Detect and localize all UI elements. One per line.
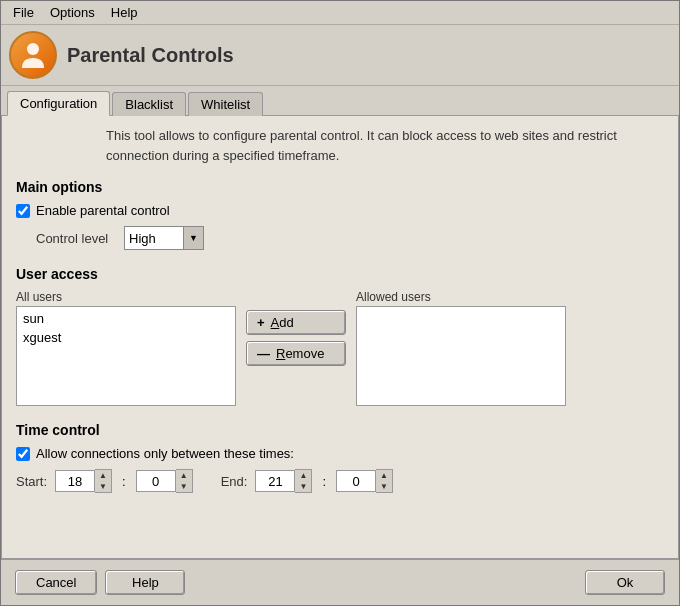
list-item[interactable]: sun [19, 309, 233, 328]
title-area: Parental Controls [1, 25, 679, 86]
end-hour-down-arrow[interactable]: ▼ [295, 481, 311, 492]
allowed-users-wrapper: Allowed users [356, 290, 566, 406]
app-icon [9, 31, 57, 79]
control-level-dropdown-arrow[interactable]: ▼ [183, 227, 203, 249]
all-users-list[interactable]: sun xguest [16, 306, 236, 406]
main-options-section: Main options Enable parental control Con… [16, 179, 664, 250]
list-item[interactable]: xguest [19, 328, 233, 347]
menu-bar: File Options Help [1, 1, 679, 25]
end-hour-arrows: ▲ ▼ [295, 469, 312, 493]
tab-configuration[interactable]: Configuration [7, 91, 110, 116]
start-minute-down-arrow[interactable]: ▼ [176, 481, 192, 492]
user-action-buttons: + Add — Remove [246, 310, 346, 366]
start-hour-down-arrow[interactable]: ▼ [95, 481, 111, 492]
chevron-down-icon: ▼ [189, 233, 198, 243]
end-minute-up-arrow[interactable]: ▲ [376, 470, 392, 481]
end-colon: : [320, 474, 328, 489]
user-access-section: User access All users sun xguest + Add [16, 266, 664, 406]
allow-times-row: Allow connections only between these tim… [16, 446, 664, 461]
plus-icon: + [257, 315, 265, 330]
end-minute-input[interactable] [336, 470, 376, 492]
tab-bar: Configuration Blacklist Whitelist [1, 86, 679, 116]
add-button-label: Add [271, 315, 294, 330]
end-hour-input[interactable] [255, 470, 295, 492]
start-minute-input[interactable] [136, 470, 176, 492]
remove-button-label: Remove [276, 346, 324, 361]
end-minute-down-arrow[interactable]: ▼ [376, 481, 392, 492]
start-minute-spinbox: ▲ ▼ [136, 469, 193, 493]
start-hour-arrows: ▲ ▼ [95, 469, 112, 493]
tab-whitelist[interactable]: Whitelist [188, 92, 263, 116]
start-hour-spinbox: ▲ ▼ [55, 469, 112, 493]
allow-times-label: Allow connections only between these tim… [36, 446, 294, 461]
tab-blacklist[interactable]: Blacklist [112, 92, 186, 116]
user-lists-container: All users sun xguest + Add — [16, 290, 664, 406]
enable-parental-control-row: Enable parental control [16, 203, 664, 218]
app-title: Parental Controls [67, 44, 234, 67]
end-hour-spinbox: ▲ ▼ [255, 469, 312, 493]
allow-times-checkbox[interactable] [16, 447, 30, 461]
end-hour-up-arrow[interactable]: ▲ [295, 470, 311, 481]
window-frame: File Options Help Parental Controls Conf… [0, 0, 680, 606]
menu-options[interactable]: Options [42, 3, 103, 22]
ok-button[interactable]: Ok [585, 570, 665, 595]
help-button[interactable]: Help [105, 570, 185, 595]
start-hour-input[interactable] [55, 470, 95, 492]
cancel-button[interactable]: Cancel [15, 570, 97, 595]
add-button[interactable]: + Add [246, 310, 346, 335]
control-level-label: Control level [36, 231, 116, 246]
end-label: End: [221, 474, 248, 489]
menu-file[interactable]: File [5, 3, 42, 22]
user-access-header: User access [16, 266, 664, 282]
main-options-header: Main options [16, 179, 664, 195]
end-minute-arrows: ▲ ▼ [376, 469, 393, 493]
control-level-value: High [125, 231, 183, 246]
time-inputs-row: Start: ▲ ▼ : ▲ ▼ [16, 469, 664, 493]
enable-parental-control-checkbox[interactable] [16, 204, 30, 218]
remove-button[interactable]: — Remove [246, 341, 346, 366]
start-minute-up-arrow[interactable]: ▲ [176, 470, 192, 481]
start-hour-up-arrow[interactable]: ▲ [95, 470, 111, 481]
allowed-users-list[interactable] [356, 306, 566, 406]
all-users-wrapper: All users sun xguest [16, 290, 236, 406]
time-control-section: Time control Allow connections only betw… [16, 422, 664, 493]
end-minute-spinbox: ▲ ▼ [336, 469, 393, 493]
enable-parental-control-label: Enable parental control [36, 203, 170, 218]
start-colon: : [120, 474, 128, 489]
menu-help[interactable]: Help [103, 3, 146, 22]
minus-icon: — [257, 346, 270, 361]
control-level-select[interactable]: High ▼ [124, 226, 204, 250]
start-minute-arrows: ▲ ▼ [176, 469, 193, 493]
tab-content-configuration: This tool allows to configure parental c… [1, 116, 679, 559]
bottom-bar: Cancel Help Ok [1, 559, 679, 605]
svg-point-0 [27, 43, 39, 55]
description-text: This tool allows to configure parental c… [16, 126, 664, 165]
time-control-header: Time control [16, 422, 664, 438]
control-level-row: Control level High ▼ [36, 226, 664, 250]
start-label: Start: [16, 474, 47, 489]
all-users-label: All users [16, 290, 236, 304]
allowed-users-label: Allowed users [356, 290, 566, 304]
